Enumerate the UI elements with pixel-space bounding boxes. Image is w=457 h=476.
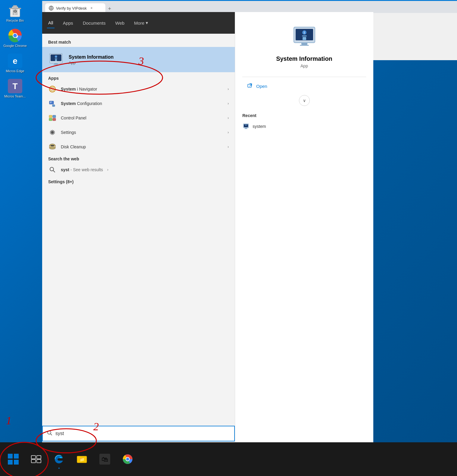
best-match-type: App (69, 60, 113, 65)
browser-tab-verify[interactable]: Verify by VIPdesk × (45, 3, 105, 13)
svg-rect-63 (244, 128, 247, 129)
tab-all[interactable]: All (47, 18, 54, 28)
svg-rect-23 (54, 63, 58, 64)
app-item-disk-cleanup-chevron: › (228, 145, 229, 149)
recent-label: Recent (242, 113, 366, 118)
right-panel-app-name: System Information (242, 55, 366, 62)
recent-item[interactable]: i system (242, 120, 366, 132)
svg-rect-24 (53, 64, 59, 65)
settings-count-label: Settings (8+) (42, 177, 235, 185)
search-panel: All Apps Documents Web More ▾ (42, 12, 373, 451)
svg-rect-34 (50, 103, 51, 103)
web-search-text: syst - See web results (61, 167, 103, 172)
best-match-info: System Information App (69, 54, 113, 65)
search-bar-container (42, 426, 235, 441)
settings-icon (48, 128, 57, 137)
chrome-taskbar-button[interactable] (117, 448, 138, 470)
svg-text:🛍: 🛍 (101, 456, 108, 463)
browser-tab-bar: Verify by VIPdesk × + (42, 1, 457, 13)
tab-more[interactable]: More ▾ (133, 18, 149, 28)
svg-rect-66 (8, 454, 13, 459)
svg-rect-69 (14, 460, 19, 465)
tab-close-button[interactable]: × (89, 6, 94, 11)
svg-rect-38 (49, 118, 52, 121)
recent-section: Recent i system (242, 113, 366, 132)
svg-line-47 (53, 171, 55, 172)
file-explorer-taskbar-button[interactable]: 📁 (71, 448, 93, 470)
best-match-name: System Information (69, 54, 113, 60)
chevron-down-icon: ∨ (303, 98, 306, 103)
svg-point-45 (52, 145, 53, 146)
recycle-bin-icon[interactable]: ♻ Recycle Bin (2, 3, 29, 22)
app-item-settings-label: Settings (61, 130, 223, 135)
app-item-system-configuration-label: System Configuration (61, 101, 223, 106)
svg-text:e: e (13, 56, 17, 66)
svg-rect-73 (37, 459, 41, 463)
google-chrome-desktop-label: Google Chrome (3, 44, 27, 48)
search-input[interactable] (55, 431, 230, 436)
app-item-system-i-navigator-label: System i Navigator (61, 87, 223, 91)
results-content: Best match (42, 34, 235, 451)
svg-rect-54 (302, 36, 307, 36)
filter-tabs: All Apps Documents Web More ▾ (42, 12, 235, 34)
svg-text:T: T (12, 82, 17, 91)
app-item-disk-cleanup-label: Disk Cleanup (61, 144, 223, 149)
app-item-chevron: › (228, 87, 229, 91)
app-item-control-panel[interactable]: Control Panel › (42, 111, 235, 125)
svg-rect-37 (53, 115, 56, 118)
best-match-section-label: Best match (42, 37, 235, 46)
microsoft-teams-desktop-label: Micros Team... (4, 94, 26, 98)
expand-button[interactable]: ∨ (299, 95, 310, 106)
svg-rect-55 (303, 37, 306, 40)
svg-rect-32 (49, 101, 54, 104)
edge-taskbar-button[interactable] (48, 448, 70, 470)
svg-rect-70 (31, 456, 36, 459)
tab-web[interactable]: Web (114, 18, 126, 28)
system-info-icon-small: i (48, 52, 64, 67)
svg-rect-28 (55, 59, 57, 61)
microsoft-edge-desktop-icon[interactable]: e Micros Edge (2, 54, 29, 73)
edge-active-indicator (58, 468, 60, 469)
disk-cleanup-icon (48, 143, 57, 151)
app-item-system-configuration[interactable]: System Configuration › (42, 96, 235, 111)
app-item-control-panel-chevron: › (228, 116, 229, 120)
right-panel-app-type: App (242, 63, 366, 68)
microsoft-teams-desktop-icon[interactable]: T Micros Team... (2, 79, 29, 98)
desktop: ♻ Recycle Bin (0, 0, 457, 476)
start-button[interactable] (2, 448, 24, 470)
best-match-item[interactable]: i System Information App (42, 47, 235, 72)
svg-rect-68 (8, 460, 13, 465)
svg-rect-67 (14, 454, 19, 459)
svg-rect-39 (53, 118, 56, 121)
app-item-system-i-navigator[interactable]: System i Navigator › (42, 82, 235, 96)
svg-point-43 (49, 147, 55, 149)
tab-documents[interactable]: Documents (82, 18, 107, 28)
app-item-disk-cleanup[interactable]: Disk Cleanup › (42, 140, 235, 154)
microsoft-edge-desktop-label: Micros Edge (6, 69, 24, 73)
desktop-icons-area: ♻ Recycle Bin (0, 0, 36, 476)
svg-point-46 (50, 167, 54, 171)
task-view-button[interactable] (25, 448, 47, 470)
search-magnifier-icon (48, 165, 57, 174)
system-i-navigator-icon (48, 85, 57, 93)
web-search-item[interactable]: syst - See web results › (42, 162, 235, 177)
open-action-button[interactable]: Open (242, 79, 366, 93)
recycle-bin-label: Recycle Bin (6, 19, 24, 22)
app-item-settings-chevron: › (228, 130, 229, 134)
svg-rect-71 (37, 456, 41, 459)
open-label: Open (256, 84, 267, 89)
right-panel: i System Information App (235, 12, 373, 451)
svg-rect-72 (31, 459, 36, 463)
google-chrome-desktop-icon[interactable]: Google Chrome (2, 28, 29, 48)
app-item-settings[interactable]: Settings › (42, 125, 235, 140)
system-configuration-icon (48, 99, 57, 108)
svg-rect-33 (50, 102, 52, 102)
svg-text:📁: 📁 (79, 457, 85, 462)
web-search-section-label: Search the web (42, 154, 235, 162)
new-tab-button[interactable]: + (105, 5, 114, 13)
svg-text:i: i (304, 31, 305, 34)
tab-apps[interactable]: Apps (62, 18, 74, 28)
svg-rect-27 (55, 58, 57, 59)
microsoft-store-taskbar-button[interactable]: 🛍 (94, 448, 116, 470)
svg-rect-35 (52, 105, 55, 107)
